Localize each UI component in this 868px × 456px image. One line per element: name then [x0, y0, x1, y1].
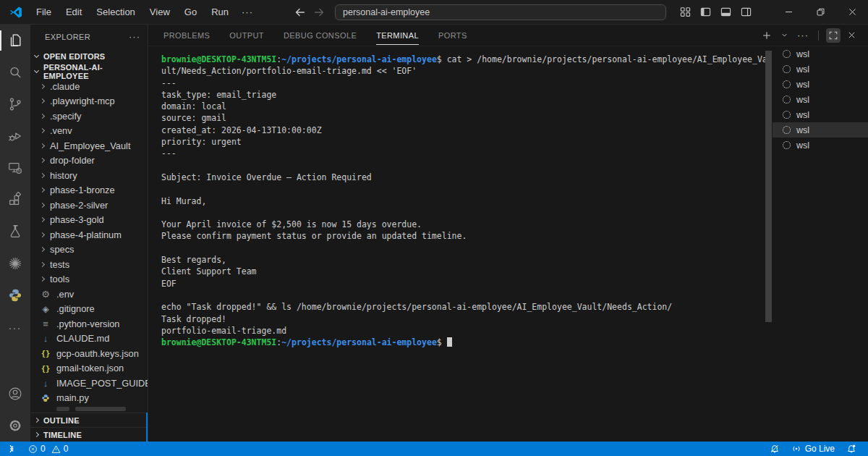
panel-more-icon[interactable]: ··· [795, 30, 811, 41]
open-editors-section[interactable]: OPEN EDITORS [30, 48, 148, 64]
terminal-instance-wsl[interactable]: wsl [773, 138, 868, 153]
titlebar-right [678, 0, 868, 24]
bell-slash-icon[interactable] [765, 444, 784, 454]
tree-item-.env[interactable]: ⚙.env [30, 287, 148, 302]
tree-item-phase-4-platinum[interactable]: phase-4-platinum [30, 227, 148, 242]
outline-section[interactable]: OUTLINE [30, 413, 148, 427]
panel-tab-problems[interactable]: PROBLEMS [163, 26, 210, 45]
problems-status[interactable]: 0 0 [24, 444, 75, 454]
clipped-file-row[interactable] [30, 405, 148, 413]
terminal-instance-wsl[interactable]: wsl [773, 107, 868, 122]
chevron-down-icon [34, 67, 39, 72]
file-label: .env [56, 289, 74, 300]
maximize-panel-icon[interactable] [826, 28, 841, 43]
remote-indicator-icon[interactable] [0, 444, 22, 454]
terminal-instance-wsl[interactable]: wsl [773, 77, 868, 92]
chevron-right-icon [40, 158, 45, 163]
tree-item-tools[interactable]: tools [30, 272, 148, 287]
back-icon[interactable] [294, 7, 306, 18]
tree-item-gmail-token.json[interactable]: {}gmail-token.json [30, 361, 148, 376]
menu-view[interactable]: View [143, 4, 176, 20]
toggle-sidebar-icon[interactable] [698, 4, 713, 20]
tree-item-gcp-oauth.keys.json[interactable]: {}gcp-oauth.keys.json [30, 346, 148, 361]
new-terminal-icon[interactable] [760, 28, 774, 43]
activity-settings-icon[interactable] [0, 410, 30, 442]
activity-explorer-icon[interactable] [0, 25, 30, 56]
tree-item-history[interactable]: history [30, 168, 148, 183]
terminal-instance-wsl[interactable]: wsl [773, 92, 868, 107]
terminal-instance-wsl[interactable]: wsl [773, 122, 868, 138]
command-center-search[interactable] [335, 4, 666, 20]
sidebar-more-icon[interactable]: ··· [129, 31, 140, 42]
project-section[interactable]: PERSONAL-AI-EMPLOYEE [30, 64, 148, 79]
tree-item-.claude[interactable]: .claude [30, 79, 148, 94]
timeline-section[interactable]: TIMELINE [30, 427, 148, 442]
toggle-secondary-sidebar-icon[interactable] [739, 4, 754, 20]
panel-tab-ports[interactable]: PORTS [438, 26, 467, 45]
terminal-instance-label: wsl [796, 95, 809, 105]
activity-remote-explorer-icon[interactable] [0, 152, 30, 184]
search-input[interactable] [336, 7, 665, 17]
file-label: phase-1-bronze [50, 185, 115, 195]
terminal-line: source: gmail [161, 112, 773, 124]
customize-layout-icon[interactable] [678, 4, 693, 20]
scrollbar-thumb[interactable] [765, 51, 772, 322]
ubuntu-icon [783, 80, 791, 88]
minimize-button[interactable] [773, 0, 804, 24]
toggle-panel-icon[interactable] [718, 4, 733, 20]
terminal-line: created_at: 2026-04-13T10:00:00Z [161, 124, 773, 136]
gear-file-icon: ⚙ [41, 290, 51, 299]
tree-item-CLAUDE.md[interactable]: ↓CLAUDE.md [30, 332, 148, 347]
forward-icon[interactable] [313, 7, 325, 18]
terminal-instance-wsl[interactable]: wsl [773, 46, 868, 62]
activity-python-icon[interactable] [0, 279, 30, 311]
tree-item-phase-2-silver[interactable]: phase-2-silver [30, 198, 148, 213]
close-button[interactable] [836, 0, 868, 24]
go-live-label: Go Live [805, 444, 835, 454]
bottom-panel: PROBLEMSOUTPUTDEBUG CONSOLETERMINALPORTS… [148, 25, 868, 442]
terminal-viewport[interactable]: brownie@DESKTOP-43NTM5I:~/projects/perso… [148, 46, 773, 442]
file-label: .specify [50, 111, 81, 122]
activity-account-icon[interactable] [0, 378, 30, 410]
tree-item-IMAGE_POST_GUIDE.md[interactable]: ↓IMAGE_POST_GUIDE.md [30, 376, 148, 391]
tree-item-.gitignore[interactable]: ◈.gitignore [30, 302, 148, 317]
menu-go[interactable]: Go [178, 4, 203, 20]
activity-run-debug-icon[interactable] [0, 120, 30, 152]
terminal-dropdown-icon[interactable] [778, 29, 791, 41]
notifications-bell-icon[interactable] [842, 444, 861, 454]
tree-item-tests[interactable]: tests [30, 257, 148, 272]
activity-testing-icon[interactable] [0, 216, 30, 248]
tree-item-phase-1-bronze[interactable]: phase-1-bronze [30, 183, 148, 198]
tree-item-phase-3-gold[interactable]: phase-3-gold [30, 213, 148, 228]
tree-item-AI_Employee_Vault[interactable]: AI_Employee_Vault [30, 138, 148, 153]
panel-tab-terminal[interactable]: TERMINAL [376, 26, 419, 45]
tree-item-.playwright-mcp[interactable]: .playwright-mcp [30, 94, 148, 109]
tree-item-.python-version[interactable]: ≡.python-version [30, 316, 148, 332]
tree-item-specs[interactable]: specs [30, 242, 148, 258]
menu-selection[interactable]: Selection [90, 4, 141, 20]
activity-source-control-icon[interactable] [0, 88, 30, 120]
restore-button[interactable] [804, 0, 836, 24]
terminal-scrollbar[interactable] [765, 46, 773, 442]
activity-extensions-icon[interactable] [0, 184, 30, 216]
activity-search-icon[interactable] [0, 56, 30, 88]
menu-file[interactable]: File [30, 4, 58, 20]
panel-tab-debug-console[interactable]: DEBUG CONSOLE [284, 26, 357, 45]
go-live-button[interactable]: Go Live [787, 444, 839, 454]
tree-item-drop-folder[interactable]: drop-folder [30, 153, 148, 169]
markdown-file-icon: ↓ [41, 334, 51, 343]
activity-claude-spark-icon[interactable] [0, 248, 30, 279]
close-panel-icon[interactable] [845, 28, 859, 42]
tree-item-.specify[interactable]: .specify [30, 109, 148, 124]
tree-item-main.py[interactable]: main.py [30, 391, 148, 406]
menu-more-icon[interactable]: ··· [235, 4, 260, 20]
terminal-instance-wsl[interactable]: wsl [773, 62, 868, 77]
activity-more-icon[interactable]: ··· [0, 311, 30, 343]
file-label: .venv [50, 125, 72, 136]
menu-edit[interactable]: Edit [59, 4, 88, 20]
panel-tab-output[interactable]: OUTPUT [229, 26, 264, 45]
sidebar-scrollbar[interactable] [146, 413, 148, 442]
ubuntu-icon [783, 50, 791, 58]
menu-run[interactable]: Run [205, 4, 235, 20]
tree-item-.venv[interactable]: .venv [30, 124, 148, 139]
